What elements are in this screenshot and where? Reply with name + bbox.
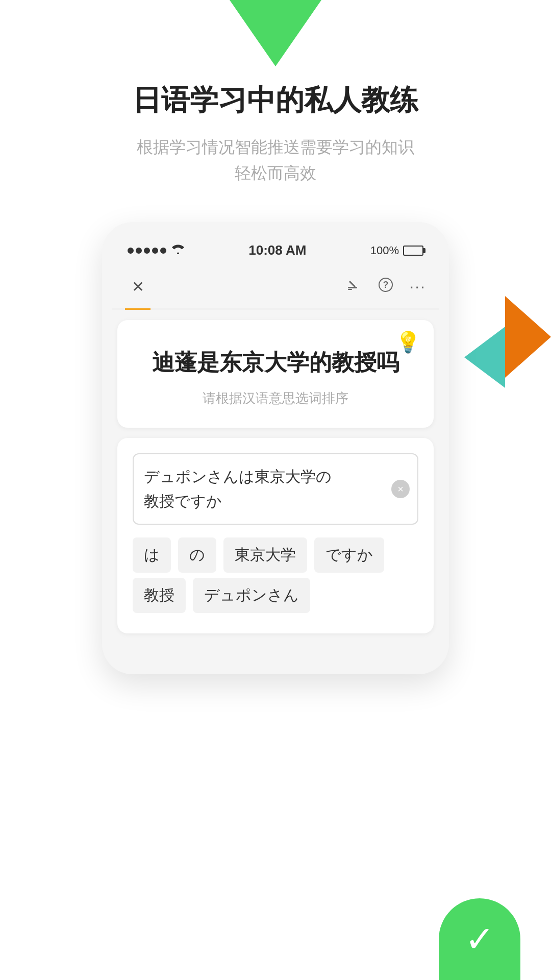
svg-text:?: ? — [383, 280, 389, 290]
signal-dot-5 — [160, 248, 166, 254]
phone-mockup: 10:08 AM 100% ✕ ? — [102, 222, 449, 674]
word-chip-desuka[interactable]: ですか — [314, 537, 384, 573]
signal-dot-4 — [152, 248, 158, 254]
status-left — [128, 244, 185, 257]
checkmark-icon: ✓ — [465, 921, 495, 957]
word-chip-dupon[interactable]: デュポンさん — [193, 578, 310, 613]
word-chips-row-1: は の 東京大学 ですか — [133, 537, 418, 573]
status-bar: 10:08 AM 100% — [112, 237, 439, 263]
question-text: 迪蓬是东京大学的教授吗 — [138, 346, 413, 379]
status-time: 10:08 AM — [248, 242, 306, 258]
signal-dots — [128, 248, 166, 254]
battery-icon — [403, 246, 423, 256]
svg-rect-4 — [348, 289, 352, 290]
page-title: 日语学习中的私人教练 — [0, 82, 551, 119]
signal-dot-3 — [144, 248, 150, 254]
more-icon[interactable]: ··· — [409, 277, 426, 296]
status-right: 100% — [370, 244, 423, 257]
word-chip-kyoju[interactable]: 教授 — [133, 578, 186, 613]
signal-dot-2 — [136, 248, 142, 254]
answer-card: デュポンさんは東京大学の教授ですか × は の 東京大学 ですか 教授 デュポン… — [117, 438, 434, 633]
battery-percent: 100% — [370, 244, 399, 257]
svg-rect-3 — [349, 281, 356, 287]
right-triangle-decoration — [464, 296, 551, 403]
nav-bar: ✕ ? ··· — [112, 268, 439, 310]
hint-lightbulb-icon: 💡 — [395, 330, 421, 354]
word-chip-ha[interactable]: は — [133, 537, 171, 573]
confirm-button[interactable]: ✓ — [439, 898, 520, 980]
word-chips-row-2: 教授 デュポンさん — [133, 578, 418, 613]
word-chip-tokyo[interactable]: 東京大学 — [223, 537, 307, 573]
close-icon: ✕ — [132, 278, 144, 296]
signal-dot-1 — [128, 248, 134, 254]
svg-marker-0 — [464, 327, 505, 388]
close-button[interactable]: ✕ — [125, 274, 151, 299]
wifi-icon — [171, 244, 185, 257]
answer-input-box[interactable]: デュポンさんは東京大学の教授ですか × — [133, 453, 418, 525]
word-chip-no[interactable]: の — [178, 537, 216, 573]
edit-icon[interactable] — [346, 277, 362, 297]
nav-icons: ? ··· — [346, 277, 426, 297]
svg-rect-2 — [348, 287, 357, 288]
nav-underline — [125, 308, 151, 310]
top-triangle-decoration — [230, 0, 321, 66]
answer-input-text: デュポンさんは東京大学の教授ですか — [144, 464, 392, 513]
clear-answer-button[interactable]: × — [391, 480, 410, 498]
question-hint-text: 请根据汉语意思选词排序 — [138, 389, 413, 407]
page-subtitle: 根据学习情况智能推送需要学习的知识轻松而高效 — [0, 134, 551, 186]
svg-marker-1 — [505, 296, 551, 378]
question-card: 💡 迪蓬是东京大学的教授吗 请根据汉语意思选词排序 — [117, 320, 434, 428]
help-icon[interactable]: ? — [378, 277, 394, 297]
